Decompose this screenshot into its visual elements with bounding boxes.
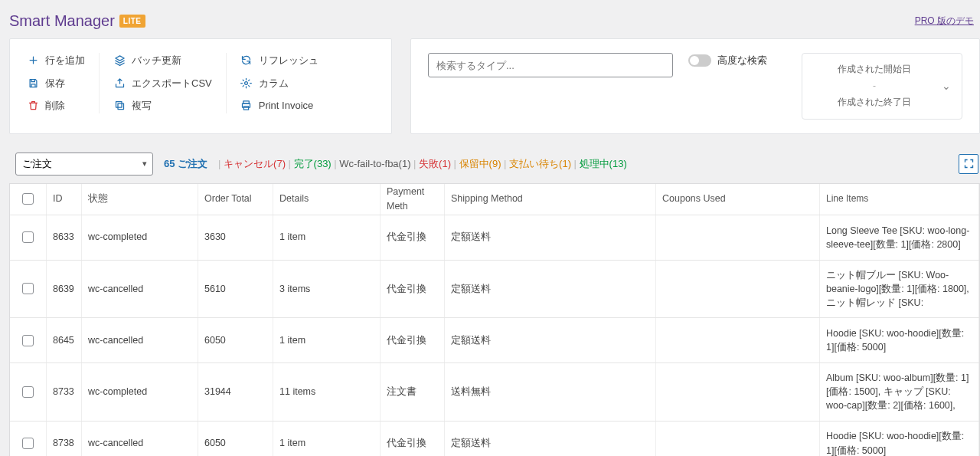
cell-payment: 代金引換 <box>381 215 445 260</box>
cell-line-items: Hoodie [SKU: woo-hoodie][数量: 1][価格: 5000… <box>820 422 979 456</box>
grid-header-row: ID 状態 Order Total Details Payment Meth S… <box>10 184 979 215</box>
plus-icon <box>27 54 39 67</box>
row-checkbox-cell <box>10 215 47 260</box>
row-checkbox-cell <box>10 318 47 363</box>
table-row[interactable]: 8738wc-cancelled60501 item代金引換定額送料Hoodie… <box>10 422 979 456</box>
cell-status: wc-completed <box>82 215 198 260</box>
copy-icon <box>113 100 126 112</box>
refresh-icon <box>240 54 253 67</box>
header-total[interactable]: Order Total <box>198 184 273 215</box>
action-label: Print Invoice <box>259 98 314 113</box>
status-filter[interactable]: キャンセル(7) <box>224 158 286 169</box>
fullscreen-icon <box>963 158 975 169</box>
page-title: Smart Manager <box>9 9 115 32</box>
columns-action[interactable]: カラム <box>240 76 318 91</box>
status-filter[interactable]: 完了(33) <box>294 158 332 169</box>
row-checkbox-cell <box>10 422 47 456</box>
pro-demo-link[interactable]: PRO 版のデモ <box>915 14 974 28</box>
export-action[interactable]: エクスポートCSV <box>113 76 212 91</box>
header-payment[interactable]: Payment Meth <box>381 184 445 215</box>
action-label: 複写 <box>132 98 152 113</box>
row-checkbox[interactable] <box>22 283 34 294</box>
header-coupons[interactable]: Coupons Used <box>656 184 820 215</box>
duplicate-action[interactable]: 複写 <box>113 98 212 113</box>
cell-details: 1 item <box>273 318 381 363</box>
batch-action[interactable]: バッチ更新 <box>113 53 212 68</box>
action-label: バッチ更新 <box>132 53 181 68</box>
row-checkbox[interactable] <box>22 335 34 346</box>
table-row[interactable]: 8645wc-cancelled60501 item代金引換定額送料Hoodie… <box>10 318 979 363</box>
cell-line-items: ニット帽ブルー [SKU: Woo-beanie-logo][数量: 1][価格… <box>820 261 979 317</box>
action-label: 行を追加 <box>45 53 85 68</box>
status-separator: | <box>411 158 420 169</box>
status-filter[interactable]: Wc-fail-to-fba(1) <box>339 158 410 169</box>
record-count: 65 ご注文 <box>164 156 207 172</box>
status-filter[interactable]: 保留中(9) <box>459 158 501 169</box>
cell-id: 8733 <box>47 363 82 420</box>
add-row-action[interactable]: 行を追加 <box>27 53 85 68</box>
status-separator: | <box>501 158 510 169</box>
header-status[interactable]: 状態 <box>82 184 198 215</box>
table-row[interactable]: 8639wc-cancelled56103 items代金引換定額送料ニット帽ブ… <box>10 261 979 318</box>
row-checkbox[interactable] <box>22 231 34 243</box>
cell-total: 6050 <box>198 422 273 456</box>
trash-icon <box>27 100 39 112</box>
table-top-bar: ご注文 65 ご注文 | キャンセル(7) | 完了(33) | Wc-fail… <box>15 153 980 176</box>
cell-shipping: 定額送料 <box>445 215 656 260</box>
cell-id: 8633 <box>47 215 82 260</box>
cell-total: 3630 <box>198 215 273 260</box>
header-line-items[interactable]: Line Items <box>820 184 979 215</box>
cell-shipping: 定額送料 <box>445 318 656 363</box>
header-checkbox-cell <box>10 184 47 215</box>
svg-rect-0 <box>118 103 124 110</box>
status-filter[interactable]: 失敗(1) <box>419 158 451 169</box>
cell-payment: 代金引換 <box>381 261 445 317</box>
cell-payment: 代金引換 <box>381 318 445 363</box>
advanced-search-label: 高度な検索 <box>717 53 767 68</box>
cell-details: 3 items <box>273 261 381 317</box>
cell-status: wc-cancelled <box>82 422 198 456</box>
select-all-checkbox[interactable] <box>22 193 34 205</box>
cell-shipping: 定額送料 <box>445 261 656 317</box>
delete-action[interactable]: 削除 <box>27 98 85 113</box>
cell-line-items: Hoodie [SKU: woo-hoodie][数量: 1][価格: 5000… <box>820 318 979 363</box>
date-range-picker[interactable]: 作成された開始日 - 作成された終了日 ⌄ <box>802 53 962 120</box>
export-icon <box>113 77 126 89</box>
cell-status: wc-cancelled <box>82 261 198 317</box>
date-end-label: 作成された終了日 <box>813 94 936 111</box>
header-id[interactable]: ID <box>47 184 82 215</box>
cell-details: 1 item <box>273 215 381 260</box>
cell-total: 5610 <box>198 261 273 317</box>
table-row[interactable]: 8733wc-completed3194411 items注文書送料無料Albu… <box>10 363 979 421</box>
header-shipping[interactable]: Shipping Method <box>445 184 656 215</box>
status-filter[interactable]: 支払い待ち(1) <box>509 158 571 169</box>
cell-shipping: 定額送料 <box>445 422 656 456</box>
printer-icon <box>240 100 253 112</box>
fullscreen-button[interactable] <box>959 154 978 174</box>
header: Smart Manager LITE PRO 版のデモ <box>9 6 980 38</box>
print-action[interactable]: Print Invoice <box>240 98 318 113</box>
status-separator: | <box>332 158 340 169</box>
status-separator: | <box>286 158 294 169</box>
action-label: 削除 <box>45 98 65 113</box>
cell-coupons <box>656 363 820 420</box>
dashboard-select[interactable]: ご注文 <box>15 153 153 176</box>
save-action[interactable]: 保存 <box>27 76 85 91</box>
status-separator: | <box>571 158 580 169</box>
row-checkbox-cell <box>10 363 47 420</box>
table-row[interactable]: 8633wc-completed36301 item代金引換定額送料Long S… <box>10 215 979 261</box>
action-label: 保存 <box>45 76 65 91</box>
status-filter[interactable]: 処理中(13) <box>580 158 627 169</box>
action-label: エクスポートCSV <box>132 76 212 91</box>
search-input[interactable] <box>428 53 673 77</box>
data-grid: ID 状態 Order Total Details Payment Meth S… <box>9 183 980 456</box>
layers-icon <box>113 54 126 67</box>
row-checkbox[interactable] <box>22 386 34 398</box>
cell-payment: 代金引換 <box>381 422 445 456</box>
date-start-label: 作成された開始日 <box>813 61 936 78</box>
advanced-search-toggle[interactable]: 高度な検索 <box>688 53 767 68</box>
row-checkbox[interactable] <box>22 438 34 449</box>
header-details[interactable]: Details <box>273 184 381 215</box>
cell-line-items: Album [SKU: woo-album][数量: 1][価格: 1500],… <box>820 363 979 420</box>
refresh-action[interactable]: リフレッシュ <box>240 53 318 68</box>
